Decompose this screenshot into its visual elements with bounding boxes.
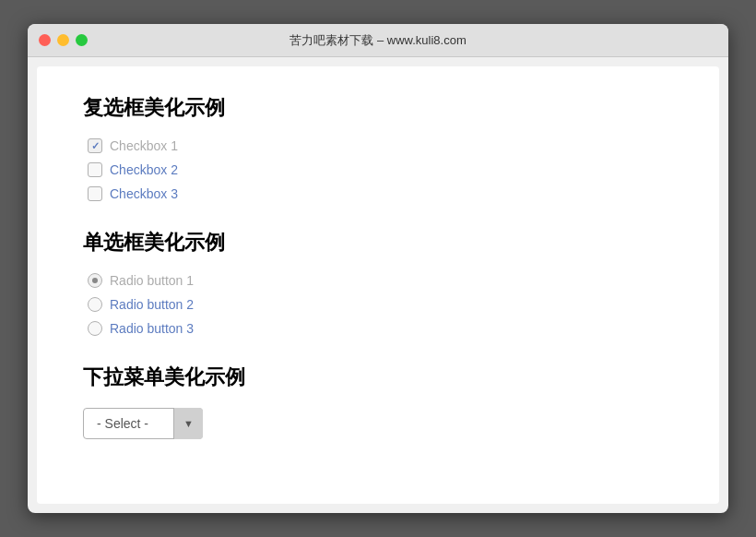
browser-window: 苦力吧素材下载 – www.kuli8.com 复选框美化示例 ✓ Checkb… bbox=[28, 24, 728, 513]
close-button[interactable] bbox=[39, 34, 51, 46]
checkbox-label-3: Checkbox 3 bbox=[110, 186, 178, 201]
checkbox-section-title: 复选框美化示例 bbox=[83, 94, 673, 122]
radio-group: Radio button 1 Radio button 2 Radio butt… bbox=[88, 273, 673, 336]
radio-label-3: Radio button 3 bbox=[110, 321, 194, 336]
window-title: 苦力吧素材下载 – www.kuli8.com bbox=[289, 32, 466, 49]
radio-section: 单选框美化示例 Radio button 1 Radio button 2 Ra… bbox=[83, 229, 673, 336]
titlebar: 苦力吧素材下载 – www.kuli8.com bbox=[28, 24, 728, 57]
checkbox-box-1: ✓ bbox=[88, 138, 102, 153]
radio-section-title: 单选框美化示例 bbox=[83, 229, 673, 257]
checkbox-section: 复选框美化示例 ✓ Checkbox 1 Checkbox 2 Checkbox… bbox=[83, 94, 673, 201]
checkbox-item-1[interactable]: ✓ Checkbox 1 bbox=[88, 138, 673, 153]
checkbox-box-2 bbox=[88, 162, 102, 177]
traffic-lights bbox=[39, 34, 88, 46]
radio-circle-2 bbox=[88, 297, 102, 312]
checkbox-label-1: Checkbox 1 bbox=[110, 138, 178, 153]
radio-label-2: Radio button 2 bbox=[110, 297, 194, 312]
radio-item-2[interactable]: Radio button 2 bbox=[88, 297, 673, 312]
radio-inner-1 bbox=[92, 278, 98, 283]
radio-label-1: Radio button 1 bbox=[110, 273, 194, 288]
dropdown-select[interactable]: - Select - bbox=[83, 408, 203, 439]
radio-circle-1 bbox=[88, 273, 102, 288]
radio-circle-3 bbox=[88, 321, 102, 336]
checkbox-label-2: Checkbox 2 bbox=[110, 162, 178, 177]
select-section-title: 下拉菜单美化示例 bbox=[83, 364, 673, 391]
minimize-button[interactable] bbox=[57, 34, 69, 46]
checkbox-check-icon: ✓ bbox=[91, 140, 100, 152]
checkbox-item-2[interactable]: Checkbox 2 bbox=[88, 162, 673, 177]
radio-item-3[interactable]: Radio button 3 bbox=[88, 321, 673, 336]
checkbox-box-3 bbox=[88, 186, 102, 201]
select-wrapper: - Select - ▼ bbox=[83, 408, 203, 439]
main-content: 复选框美化示例 ✓ Checkbox 1 Checkbox 2 Checkbox… bbox=[37, 66, 719, 504]
maximize-button[interactable] bbox=[76, 34, 88, 46]
checkbox-item-3[interactable]: Checkbox 3 bbox=[88, 186, 673, 201]
checkbox-group: ✓ Checkbox 1 Checkbox 2 Checkbox 3 bbox=[88, 138, 673, 201]
select-section: 下拉菜单美化示例 - Select - ▼ bbox=[83, 364, 673, 439]
radio-item-1[interactable]: Radio button 1 bbox=[88, 273, 673, 288]
